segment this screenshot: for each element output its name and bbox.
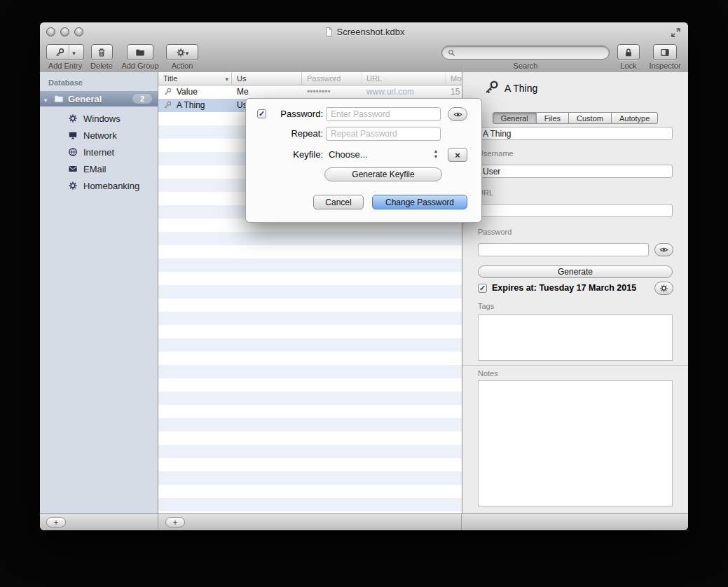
lock-icon <box>624 48 633 57</box>
toolbar-item-add-group: Add Group <box>120 44 160 70</box>
column-header-modified[interactable]: Mod <box>446 72 462 85</box>
gear-icon <box>68 181 78 191</box>
search-label: Search <box>441 62 610 70</box>
tab-autotype[interactable]: Autotype <box>612 112 658 124</box>
monitor-icon <box>68 130 78 140</box>
cell-modified: 15 <box>446 85 462 99</box>
expires-checkbox[interactable] <box>478 284 487 293</box>
sidebar-item-label: Internet <box>83 147 114 158</box>
tab-general[interactable]: General <box>493 112 537 124</box>
table-header: Title Us Password URL Mod <box>158 72 462 85</box>
add-entry-bottom-button[interactable] <box>165 517 185 527</box>
popover-password-label: Password: <box>271 107 323 121</box>
repeat-password-input[interactable] <box>326 127 441 141</box>
folder-icon <box>54 94 64 104</box>
sidebar-item-windows[interactable]: Windows <box>40 111 158 126</box>
sidebar-item-network[interactable]: Network <box>40 127 158 143</box>
inspector-label: Inspector <box>648 62 682 70</box>
expires-label: Expires at: Tuesday 17 March 2015 <box>492 283 636 293</box>
cell-title: Value <box>172 85 232 99</box>
delete-label: Delete <box>88 62 116 70</box>
cell-title: A Thing <box>172 99 232 112</box>
chevron-down-icon <box>72 48 76 57</box>
sort-indicator-icon <box>225 72 228 85</box>
window-title: Screenshot.kdbx <box>40 27 688 37</box>
tab-custom[interactable]: Custom <box>569 112 612 124</box>
entry-count-badge: 2 <box>132 94 152 104</box>
document-proxy-icon <box>324 27 334 37</box>
column-header-title[interactable]: Title <box>158 72 232 85</box>
keyfile-popup-button[interactable]: Choose... <box>329 148 368 162</box>
password-label: Password <box>478 228 511 236</box>
fullscreen-icon[interactable] <box>671 27 681 38</box>
password-enabled-checkbox[interactable] <box>257 109 266 118</box>
notes-field[interactable] <box>478 380 673 506</box>
button-divider <box>69 45 69 60</box>
new-password-input[interactable] <box>326 107 441 121</box>
sidebar-group-general[interactable]: General 2 <box>40 91 158 106</box>
expires-settings-button[interactable] <box>654 282 673 295</box>
toolbar-item-lock: Lock <box>614 44 643 70</box>
sidebar-item-email[interactable]: EMail <box>40 161 158 177</box>
password-field[interactable] <box>478 243 649 256</box>
add-group-button[interactable] <box>127 44 153 60</box>
add-group-label: Add Group <box>120 62 160 70</box>
inspector-toggle-button[interactable] <box>653 44 677 60</box>
delete-button[interactable] <box>91 44 113 60</box>
popover-repeat-label: Repeat: <box>271 127 323 141</box>
action-label: Action <box>166 62 198 70</box>
globe-icon <box>68 147 78 157</box>
key-icon <box>163 101 172 109</box>
lock-button[interactable] <box>617 44 640 60</box>
column-header-password[interactable]: Password <box>302 72 362 85</box>
toolbar-item-add-entry: Add Entry <box>46 44 84 70</box>
gear-icon <box>68 113 78 123</box>
sidebar-item-label: Windows <box>83 113 121 124</box>
window-chrome: Screenshot.kdbx Add Entry Delete <box>40 22 688 73</box>
clear-keyfile-button[interactable] <box>448 148 467 162</box>
window-title-text: Screenshot.kdbx <box>337 27 405 37</box>
chevron-down-icon <box>186 48 189 57</box>
action-button[interactable] <box>166 44 198 60</box>
stepper-icon[interactable] <box>432 149 439 160</box>
divider <box>461 514 462 530</box>
popover-keyfile-label: Keyfile: <box>271 148 323 162</box>
show-password-button[interactable] <box>654 243 673 256</box>
search-icon <box>448 49 455 57</box>
column-header-username[interactable]: Us <box>232 72 302 85</box>
show-password-button[interactable] <box>448 107 467 121</box>
tab-files[interactable]: Files <box>537 112 569 124</box>
cell-username: Me <box>232 85 302 99</box>
cancel-button[interactable]: Cancel <box>313 195 364 209</box>
column-header-url[interactable]: URL <box>362 72 446 85</box>
inspector-tabs: General Files Custom Autotype <box>462 112 688 124</box>
sidebar-group-label: General <box>68 94 132 104</box>
eye-icon <box>659 245 668 254</box>
generate-keyfile-button[interactable]: Generate Keyfile <box>324 167 442 181</box>
divider <box>158 514 158 530</box>
sidebar-item-homebanking[interactable]: Homebanking <box>40 178 158 193</box>
username-label: Username <box>478 149 514 158</box>
sidebar-item-internet[interactable]: Internet <box>40 144 158 160</box>
disclosure-triangle-icon[interactable] <box>40 92 51 105</box>
inspector-panel: A Thing General Files Custom Autotype Us… <box>462 72 688 513</box>
toolbar-item-delete: Delete <box>88 44 116 70</box>
table-row[interactable]: Value Me •••••••• www.url.com 15 <box>158 85 462 99</box>
title-field[interactable] <box>478 127 673 140</box>
envelope-icon <box>68 164 78 174</box>
url-field[interactable] <box>478 204 673 217</box>
sidebar-item-label: Network <box>83 130 117 141</box>
search-input[interactable] <box>441 46 610 60</box>
lock-label: Lock <box>614 62 643 70</box>
add-group-bottom-button[interactable] <box>46 517 66 527</box>
add-entry-button[interactable] <box>46 44 84 60</box>
cell-url: www.url.com <box>362 85 446 99</box>
username-field[interactable] <box>478 165 673 178</box>
toolbar-item-inspector: Inspector <box>648 44 682 70</box>
entry-icon[interactable] <box>483 80 499 95</box>
tags-field[interactable] <box>478 315 673 361</box>
toolbar-item-action: Action <box>166 44 198 70</box>
change-password-button[interactable]: Change Password <box>372 195 467 209</box>
generate-password-button[interactable]: Generate <box>478 265 673 278</box>
notes-label: Notes <box>478 369 498 378</box>
